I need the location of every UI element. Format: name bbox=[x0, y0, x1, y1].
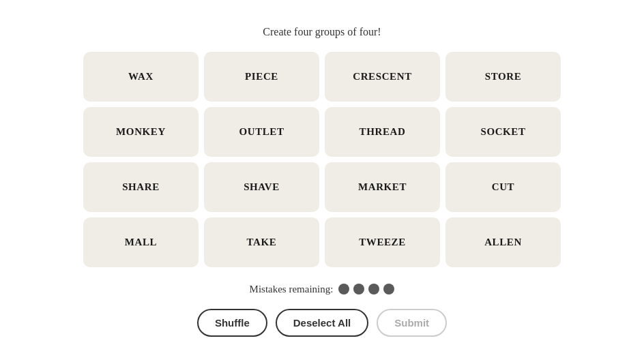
grid-cell-label: TWEEZE bbox=[359, 237, 406, 248]
grid-cell-label: SHARE bbox=[122, 181, 160, 193]
grid-cell[interactable]: MONKEY bbox=[83, 107, 199, 157]
grid-cell-label: PIECE bbox=[245, 71, 278, 82]
mistakes-label: Mistakes remaining: bbox=[250, 284, 334, 295]
grid-cell-label: SHAVE bbox=[244, 181, 280, 193]
submit-button[interactable]: Submit bbox=[377, 309, 447, 337]
grid-cell-label: CRESCENT bbox=[353, 71, 412, 82]
grid-cell[interactable]: WAX bbox=[83, 52, 199, 102]
grid-cell-label: SOCKET bbox=[480, 126, 525, 138]
buttons-area: Shuffle Deselect All Submit bbox=[197, 309, 447, 337]
grid-cell-label: ALLEN bbox=[484, 237, 522, 248]
grid-cell[interactable]: ALLEN bbox=[445, 217, 561, 267]
grid-cell-label: WAX bbox=[128, 71, 153, 82]
grid-cell[interactable]: CRESCENT bbox=[325, 52, 440, 102]
grid-cell-label: THREAD bbox=[360, 126, 406, 138]
page-container: Create four groups of four! WAXPIECECRES… bbox=[83, 26, 561, 337]
grid-cell[interactable]: TWEEZE bbox=[325, 217, 440, 267]
grid-cell[interactable]: TAKE bbox=[204, 217, 319, 267]
grid-cell[interactable]: CUT bbox=[445, 162, 561, 212]
grid-cell-label: STORE bbox=[485, 71, 522, 82]
grid-cell-label: MARKET bbox=[358, 181, 407, 193]
grid-cell[interactable]: MARKET bbox=[325, 162, 440, 212]
grid-cell[interactable]: SOCKET bbox=[445, 107, 561, 157]
grid-cell-label: MALL bbox=[125, 237, 157, 248]
instruction-text: Create four groups of four! bbox=[263, 26, 381, 38]
grid-cell[interactable]: PIECE bbox=[204, 52, 319, 102]
grid-cell-label: OUTLET bbox=[239, 126, 284, 138]
shuffle-button[interactable]: Shuffle bbox=[197, 309, 267, 337]
mistake-dot bbox=[383, 284, 394, 295]
grid-cell-label: TAKE bbox=[247, 237, 277, 248]
mistake-dot bbox=[353, 284, 364, 295]
grid-cell[interactable]: OUTLET bbox=[204, 107, 319, 157]
mistake-dot bbox=[338, 284, 349, 295]
mistake-dot bbox=[368, 284, 379, 295]
grid-cell-label: MONKEY bbox=[116, 126, 166, 138]
word-grid: WAXPIECECRESCENTSTOREMONKEYOUTLETTHREADS… bbox=[83, 52, 561, 267]
grid-cell[interactable]: SHAVE bbox=[204, 162, 319, 212]
deselect-all-button[interactable]: Deselect All bbox=[276, 309, 369, 337]
mistakes-area: Mistakes remaining: bbox=[250, 284, 395, 295]
mistakes-dots bbox=[338, 284, 394, 295]
grid-cell[interactable]: STORE bbox=[445, 52, 561, 102]
grid-cell[interactable]: THREAD bbox=[325, 107, 440, 157]
grid-cell[interactable]: SHARE bbox=[83, 162, 199, 212]
grid-cell-label: CUT bbox=[492, 181, 514, 193]
grid-cell[interactable]: MALL bbox=[83, 217, 199, 267]
